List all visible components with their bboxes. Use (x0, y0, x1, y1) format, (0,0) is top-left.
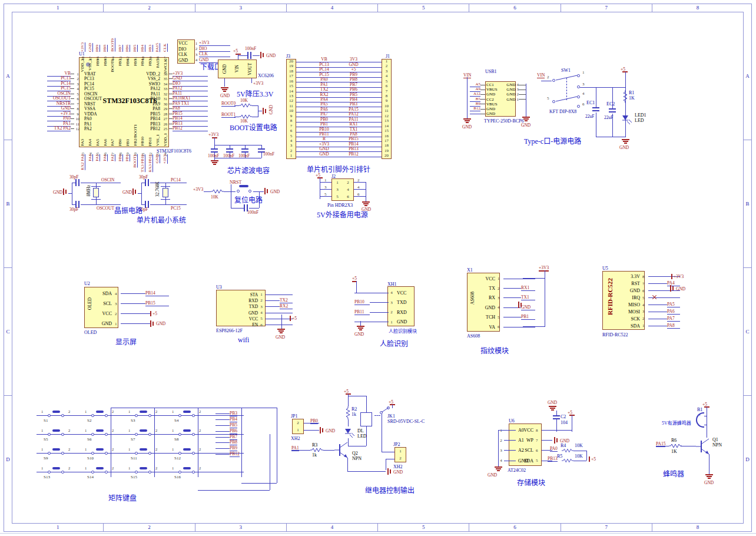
pin-row: TCH 5 PB1 (467, 313, 546, 322)
key-switch[interactable]: 1 2 S12 (166, 446, 210, 465)
gnd-icon (362, 201, 370, 206)
frame-row-label: C (744, 268, 751, 396)
pin-number: 1 (85, 447, 87, 451)
key-switch[interactable]: 1 2 S8 (166, 428, 210, 446)
pin-row: VA 6 (467, 322, 546, 332)
key-switch[interactable]: 1 2 S9 (35, 446, 79, 465)
net-label: PA6 (102, 154, 108, 161)
pin-number: 3 (286, 143, 296, 148)
wire (370, 312, 389, 313)
wire (215, 454, 230, 455)
key-switch[interactable]: 1 2 S1 (35, 409, 79, 428)
header-pin-row: PB3 10 (326, 104, 392, 108)
r3-value: 1k (312, 452, 317, 458)
key-switch[interactable]: 1 2 S5 (35, 428, 79, 446)
out-3v3-label: +3V3 (253, 81, 263, 86)
wire (215, 419, 230, 420)
r3-designator: R3 (312, 442, 317, 448)
pin-name: IRQ (602, 295, 642, 300)
switch-pin (178, 452, 181, 455)
pin-number: 1 (172, 447, 174, 451)
wire (124, 472, 134, 472)
wire (648, 290, 667, 291)
key-switch[interactable]: 1 2 S13 (35, 465, 79, 484)
pin-number: 1 (115, 322, 121, 326)
net-label: PA6 (667, 309, 680, 315)
pin-name: SCL (84, 301, 115, 306)
wire (704, 416, 707, 416)
net-label: PB9 (95, 45, 100, 52)
pin-number: 1 (85, 466, 87, 470)
reset-button[interactable] (234, 185, 256, 193)
pin-name: PA3 (79, 139, 87, 146)
key-switch[interactable]: 1 2 S14 (79, 465, 122, 484)
mcu-top-net: +3V3 (79, 26, 87, 52)
cap-value: 30pF (69, 174, 78, 180)
frame-column-label: 5 (378, 4, 469, 12)
sw1-component[interactable]: SW1 VIN 2 1 3 5 4 6 KFT DIP-8X8 (545, 68, 598, 114)
switch-pin (148, 414, 151, 417)
q2-designator: Q2 (352, 451, 358, 456)
capacitor-icon (241, 148, 248, 153)
net-label: TX1 (521, 295, 535, 300)
pin-name: PB6 (124, 59, 132, 82)
pin-number: 45 (101, 52, 109, 57)
frame-column-label: 7 (561, 524, 652, 531)
key-switch[interactable]: 1 2 S16 (166, 465, 210, 484)
jp1-part: XH2 (291, 436, 300, 441)
pin-number: 10 (74, 117, 81, 121)
pin-number: 9 (74, 112, 81, 116)
key-switch[interactable]: 1 2 S7 (122, 428, 166, 446)
switch-name: S1 (44, 418, 48, 423)
crystal-32k-body[interactable] (163, 188, 168, 197)
wire (80, 453, 91, 454)
pin-row: GND 1 GND (84, 319, 174, 329)
vin-label: VIN (537, 72, 545, 78)
pin-number: 2 (343, 180, 353, 185)
wire (503, 317, 521, 317)
dl-designator: DL (357, 428, 364, 434)
switch-name: S8 (174, 437, 178, 442)
jp2-body[interactable]: 1 2 (394, 447, 406, 462)
net-label: PC15 (171, 206, 181, 211)
jp1-body[interactable]: 2 1 (292, 419, 304, 434)
key-switch[interactable]: 1 2 S4 (166, 409, 210, 428)
pin-number: 6 (260, 323, 265, 327)
pin-row: WP 7 (518, 435, 552, 445)
relay-coil[interactable] (360, 412, 372, 426)
key-switch[interactable]: 1 2 S10 (79, 446, 122, 465)
wire (648, 319, 667, 319)
pin-number: 6 (536, 448, 542, 453)
mcu-top-net: PB4 (139, 26, 147, 52)
mcu-top-net: PB8 (101, 26, 109, 52)
key-switch[interactable]: 1 2 S11 (122, 446, 166, 465)
backup-body[interactable]: 12 34 56 (331, 178, 354, 201)
mcu-top-net: PB6 (124, 26, 132, 52)
schematic-canvas[interactable]: 12345678 12345678 ABCD ABCD U1 STM32F103… (0, 0, 756, 536)
pin-number: 1 (389, 320, 394, 325)
crystal-8mhz-body[interactable] (93, 188, 99, 197)
switch-arms (545, 68, 598, 114)
net-label: PB7 (230, 435, 237, 440)
pin-name: TXD (216, 304, 260, 309)
no-connect-icon (652, 295, 656, 299)
wire (152, 472, 165, 472)
regulator-body[interactable]: GND VIN VOUT (218, 59, 257, 78)
wire (124, 415, 134, 416)
pin-number: 5 (547, 96, 549, 101)
buzzer-desc: 5V有源蜂鸣器 (662, 419, 691, 426)
net-label: PA4 (88, 154, 93, 161)
switch-pin (135, 452, 138, 455)
pin-number: 12 (286, 98, 296, 103)
switch-name: S16 (174, 475, 181, 479)
gnd-label: GND (488, 472, 497, 478)
pin-number: 2 (115, 312, 121, 316)
wire (354, 189, 366, 190)
key-switch[interactable]: 1 2 S6 (79, 428, 122, 446)
wifi-designator: U3 (216, 284, 222, 290)
key-switch[interactable]: 1 2 S15 (122, 465, 166, 484)
key-switch[interactable]: 1 2 S2 (79, 409, 122, 428)
power-label: +5 (150, 311, 157, 316)
pin-number: 5 (642, 296, 648, 300)
key-switch[interactable]: 1 2 S3 (122, 409, 166, 428)
